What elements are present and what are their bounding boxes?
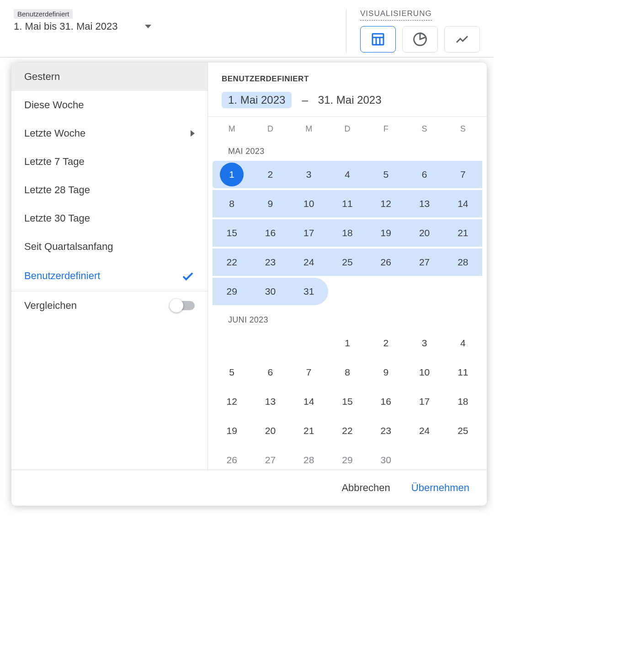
calendar-day[interactable]: 27 [405,249,443,276]
calendar-day[interactable]: 25 [328,249,367,276]
preset-item[interactable]: Seit Quartalsanfang [11,233,208,261]
calendar-day[interactable]: 11 [328,190,367,217]
day-of-week-header: S [444,124,482,134]
vis-pie-button[interactable] [402,26,438,53]
compare-row: Vergleichen [11,291,208,320]
calendar-day[interactable]: 12 [213,388,251,415]
calendar-day[interactable]: 26 [213,446,251,470]
apply-button[interactable]: Übernehmen [408,480,473,496]
calendar-day[interactable]: 6 [405,161,443,188]
preset-item[interactable]: Benutzerdefiniert [11,261,208,291]
calendar-day[interactable]: 5 [367,161,405,188]
calendar-day[interactable]: 10 [405,359,443,386]
vis-line-button[interactable] [444,26,480,53]
calendar-day[interactable]: 14 [290,388,328,415]
calendar-day[interactable]: 24 [290,249,328,276]
compare-toggle[interactable] [171,301,195,310]
day-of-week-header: D [251,124,289,134]
calendar-day[interactable]: 3 [290,161,328,188]
calendar-day[interactable]: 22 [328,417,367,444]
calendar-day[interactable]: 21 [444,219,482,247]
day-of-week-header: S [405,124,443,134]
calendar-day[interactable]: 6 [251,359,289,386]
calendar-empty-cell [251,329,289,357]
calendar-day[interactable]: 22 [213,249,251,276]
preset-item[interactable]: Letzte Woche [11,119,208,148]
visualization-label: VISUALISIERUNG [360,9,432,21]
calendar-day[interactable]: 15 [213,219,251,247]
date-range-trigger[interactable]: Benutzerdefiniert 1. Mai bis 31. Mai 202… [14,9,151,32]
calendar-day[interactable]: 25 [444,417,482,444]
calendar-day[interactable]: 5 [213,359,251,386]
preset-item[interactable]: Gestern [11,63,208,91]
calendar-day[interactable]: 30 [367,446,405,470]
calendar-day[interactable]: 8 [213,190,251,217]
calendar-day[interactable]: 7 [290,359,328,386]
calendar-day[interactable]: 17 [290,219,328,247]
calendar-day[interactable]: 23 [367,417,405,444]
calendar-day[interactable]: 15 [328,388,367,415]
calendar-day[interactable]: 2 [251,161,289,188]
calendar-day[interactable]: 10 [290,190,328,217]
calendar-day[interactable]: 1 [328,329,367,357]
calendar-day[interactable]: 4 [444,329,482,357]
calendar-day[interactable]: 17 [405,388,443,415]
calendar-day[interactable]: 18 [328,219,367,247]
day-of-week-header: F [367,124,405,134]
calendar-day[interactable]: 4 [328,161,367,188]
calendar-scroll[interactable]: MDMDFSS MAI 2023123456789101112131415161… [208,116,487,470]
pie-chart-icon [413,32,427,47]
calendar-day[interactable]: 16 [367,388,405,415]
calendar-day[interactable]: 7 [444,161,482,188]
calendar-day[interactable]: 9 [251,190,289,217]
calendar-day[interactable]: 16 [251,219,289,247]
calendar-empty-cell [367,278,405,305]
range-separator: – [302,94,308,106]
vis-table-button[interactable] [360,26,396,53]
calendar-day[interactable]: 19 [367,219,405,247]
calendar-day[interactable]: 29 [328,446,367,470]
calendar-day[interactable]: 27 [251,446,289,470]
day-of-week-header: M [213,124,251,134]
calendar-day[interactable]: 20 [405,219,443,247]
calendar-day[interactable]: 23 [251,249,289,276]
calendar-day[interactable]: 20 [251,417,289,444]
range-end-input[interactable]: 31. Mai 2023 [318,94,382,106]
cancel-button[interactable]: Abbrechen [338,480,394,496]
calendar-day[interactable]: 1 [213,161,251,188]
month-label: JUNI 2023 [208,307,487,329]
calendar-empty-cell [444,446,482,470]
calendar-day[interactable]: 9 [367,359,405,386]
calendar-day[interactable]: 26 [367,249,405,276]
preset-item[interactable]: Diese Woche [11,91,208,119]
table-icon [371,32,385,47]
calendar-day[interactable]: 14 [444,190,482,217]
calendar-day[interactable]: 13 [405,190,443,217]
date-range-text: 1. Mai bis 31. Mai 2023 [14,21,117,32]
calendar-day[interactable]: 2 [367,329,405,357]
calendar-day[interactable]: 19 [213,417,251,444]
preset-item[interactable]: Letzte 30 Tage [11,204,208,233]
calendar-day[interactable]: 24 [405,417,443,444]
calendar-day[interactable]: 11 [444,359,482,386]
preset-label: Letzte 30 Tage [24,212,90,224]
preset-item[interactable]: Letzte 7 Tage [11,148,208,176]
calendar-day[interactable]: 3 [405,329,443,357]
calendar-day[interactable]: 21 [290,417,328,444]
calendar-day[interactable]: 28 [444,249,482,276]
calendar-day[interactable]: 28 [290,446,328,470]
preset-label: Letzte 7 Tage [24,156,85,168]
date-picker-popup: GesternDiese WocheLetzte WocheLetzte 7 T… [11,63,487,506]
calendar-day[interactable]: 12 [367,190,405,217]
calendar-day[interactable]: 30 [251,278,289,305]
calendar-day[interactable]: 8 [328,359,367,386]
range-start-input[interactable]: 1. Mai 2023 [222,92,292,108]
day-of-week-header: M [290,124,328,134]
calendar-day[interactable]: 29 [213,278,251,305]
calendar-title: BENUTZERDEFINIERT [222,74,473,84]
calendar-day[interactable]: 13 [251,388,289,415]
preset-item[interactable]: Letzte 28 Tage [11,176,208,204]
calendar-day[interactable]: 18 [444,388,482,415]
day-of-week-header: D [328,124,367,134]
calendar-day[interactable]: 31 [290,278,328,305]
